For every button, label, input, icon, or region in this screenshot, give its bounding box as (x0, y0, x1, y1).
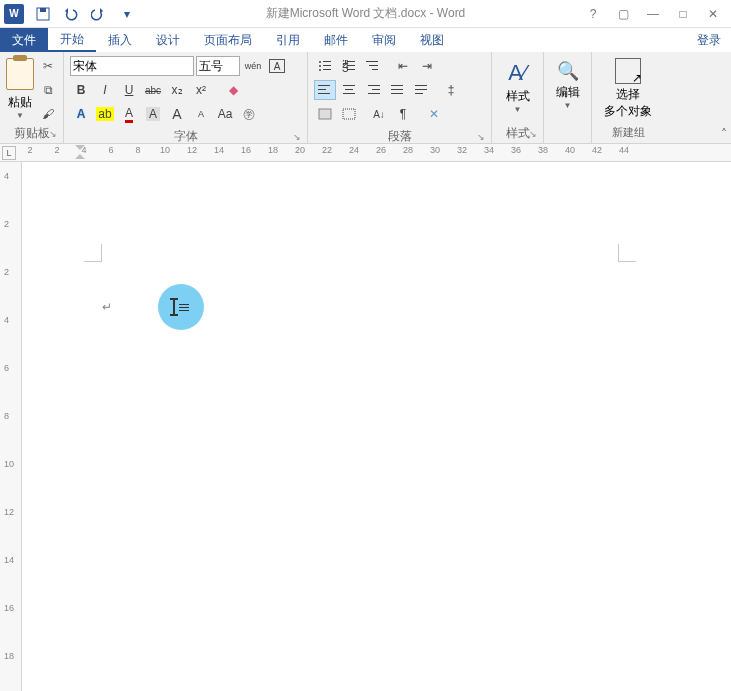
svg-rect-32 (319, 109, 331, 119)
paste-dropdown-icon[interactable]: ▼ (16, 111, 24, 120)
page-area[interactable]: ↵ (22, 162, 731, 691)
tab-layout[interactable]: 页面布局 (192, 28, 264, 52)
decrease-indent-icon[interactable]: ⇤ (392, 56, 414, 76)
sort-icon[interactable]: A↓ (368, 104, 390, 124)
bold-button[interactable]: B (70, 80, 92, 100)
superscript-button[interactable]: x² (190, 80, 212, 100)
svg-rect-26 (391, 85, 403, 86)
maximize-icon[interactable]: □ (673, 7, 693, 21)
find-button[interactable]: 🔍 编辑 ▼ (550, 56, 585, 110)
margin-corner-tl (84, 244, 102, 262)
ruler-tick: 22 (322, 145, 332, 155)
borders-icon[interactable] (338, 104, 360, 124)
distributed-icon[interactable] (410, 80, 432, 100)
document-title: 新建Microsoft Word 文档.docx - Word (266, 5, 466, 22)
styles-launcher-icon[interactable]: ↘ (527, 129, 539, 141)
svg-rect-20 (343, 85, 355, 86)
highlight-icon[interactable]: ab (94, 104, 116, 124)
numbering-icon[interactable]: 123 (338, 56, 360, 76)
enclose-characters-icon[interactable]: ㊫ (238, 104, 260, 124)
ruler-tick: 10 (160, 145, 170, 155)
cut-icon[interactable]: ✂ (38, 56, 58, 76)
document-page[interactable]: ↵ (52, 174, 692, 691)
svg-rect-17 (318, 85, 330, 86)
line-spacing-icon[interactable]: ‡ (440, 80, 462, 100)
redo-icon[interactable] (88, 3, 110, 25)
ruler-tick: 24 (349, 145, 359, 155)
clipboard-launcher-icon[interactable]: ↘ (47, 129, 59, 141)
character-shading-icon[interactable]: A (142, 104, 164, 124)
ruler-tick: 30 (430, 145, 440, 155)
undo-icon[interactable] (60, 3, 82, 25)
font-name-combo[interactable] (70, 56, 194, 76)
change-case-icon[interactable]: Aa (214, 104, 236, 124)
justify-icon[interactable] (386, 80, 408, 100)
font-color-icon[interactable]: A (118, 104, 140, 124)
bullets-icon[interactable] (314, 56, 336, 76)
tab-insert[interactable]: 插入 (96, 28, 144, 52)
italic-button[interactable]: I (94, 80, 116, 100)
increase-indent-icon[interactable]: ⇥ (416, 56, 438, 76)
paragraph-launcher-icon[interactable]: ↘ (475, 132, 487, 144)
customize-qat-icon[interactable]: ▾ (116, 3, 138, 25)
clear-formatting-icon[interactable]: ◆ (222, 80, 244, 100)
font-size-combo[interactable] (196, 56, 240, 76)
title-bar: W ▾ 新建Microsoft Word 文档.docx - Word ? ▢ … (0, 0, 731, 28)
minimize-icon[interactable]: — (643, 7, 663, 21)
align-left-icon[interactable] (314, 80, 336, 100)
shrink-font-icon[interactable]: A (190, 104, 212, 124)
close-icon[interactable]: ✕ (703, 7, 723, 21)
character-border-icon[interactable]: A (266, 56, 288, 76)
svg-rect-1 (40, 8, 46, 12)
paste-button[interactable]: 粘贴 ▼ (6, 56, 34, 120)
tab-view[interactable]: 视图 (408, 28, 456, 52)
tab-file[interactable]: 文件 (0, 28, 48, 52)
grow-font-icon[interactable]: A (166, 104, 188, 124)
underline-button[interactable]: U (118, 80, 140, 100)
tab-references[interactable]: 引用 (264, 28, 312, 52)
svg-point-6 (319, 69, 321, 71)
format-painter-icon[interactable]: 🖌 (38, 104, 58, 124)
tab-home[interactable]: 开始 (48, 28, 96, 52)
show-marks-icon[interactable]: ¶ (392, 104, 414, 124)
strikethrough-button[interactable]: abc (142, 80, 164, 100)
styles-button[interactable]: A⁄ 样式 ▼ (498, 56, 537, 114)
phonetic-guide-icon[interactable]: wén (242, 56, 264, 76)
tab-mailings[interactable]: 邮件 (312, 28, 360, 52)
align-center-icon[interactable] (338, 80, 360, 100)
subscript-button[interactable]: x₂ (166, 80, 188, 100)
select-objects-icon (615, 58, 641, 84)
copy-icon[interactable]: ⧉ (38, 80, 58, 100)
align-right-icon[interactable] (362, 80, 384, 100)
styles-label: 样式 (506, 88, 530, 105)
horizontal-ruler[interactable]: L 22468101214161820222426283032343638404… (0, 144, 731, 162)
ruler-tick: 16 (241, 145, 251, 155)
sign-in-link[interactable]: 登录 (687, 28, 731, 52)
ruler-tick: 40 (565, 145, 575, 155)
tab-design[interactable]: 设计 (144, 28, 192, 52)
svg-rect-13 (347, 69, 355, 70)
vruler-tick: 6 (4, 363, 9, 373)
ruler-tick: 12 (187, 145, 197, 155)
editing-label: 编辑 (556, 84, 580, 101)
text-effects-icon[interactable]: A (70, 104, 92, 124)
editing-dropdown-icon[interactable]: ▼ (564, 101, 572, 110)
help-icon[interactable]: ? (583, 7, 603, 21)
word-app-icon: W (4, 4, 24, 24)
snap-to-grid-icon[interactable]: ✕ (422, 104, 444, 124)
select-label-1: 选择 (616, 86, 640, 103)
shading-icon[interactable] (314, 104, 336, 124)
styles-dropdown-icon[interactable]: ▼ (514, 105, 522, 114)
first-line-indent-icon[interactable] (75, 145, 85, 159)
save-icon[interactable] (32, 3, 54, 25)
select-objects-button[interactable]: 选择 多个对象 (600, 56, 656, 120)
ribbon-display-options-icon[interactable]: ▢ (613, 7, 633, 21)
multilevel-list-icon[interactable] (362, 56, 384, 76)
font-launcher-icon[interactable]: ↘ (291, 132, 303, 144)
align-hint-icon (179, 304, 189, 311)
tab-review[interactable]: 审阅 (360, 28, 408, 52)
ruler-tick: 42 (592, 145, 602, 155)
collapse-ribbon-icon[interactable]: ˄ (721, 127, 727, 141)
vertical-ruler[interactable]: 4224681012141618 (0, 162, 22, 691)
tab-selector-icon[interactable]: L (2, 146, 16, 160)
